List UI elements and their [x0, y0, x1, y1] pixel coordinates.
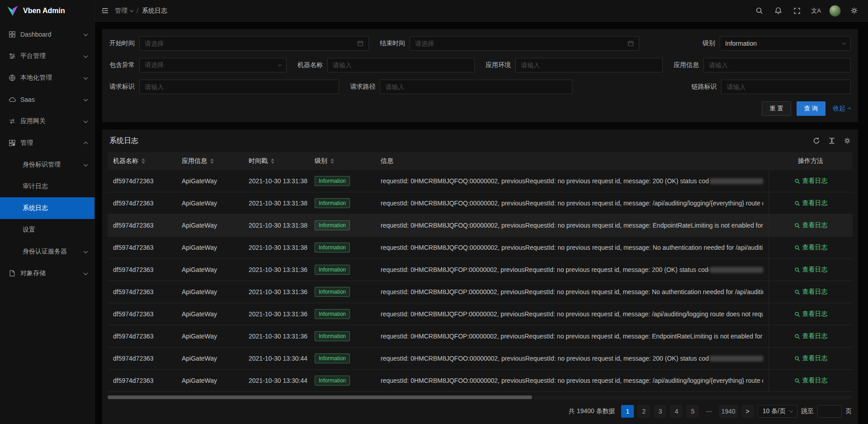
column-header-app-info[interactable]: 应用信息	[176, 157, 243, 165]
request-path-input-inner[interactable]	[385, 83, 567, 91]
cell-timestamp: 2021-10-30 13:31:36	[243, 281, 309, 303]
sidebar-item-label: 管理	[20, 139, 80, 147]
horizontal-scrollbar[interactable]	[108, 395, 853, 399]
view-log-link[interactable]: 查看日志	[794, 376, 828, 385]
jump-page-input[interactable]	[817, 405, 842, 418]
table-row[interactable]: df5974d72363 ApiGateWay 2021-10-30 13:30…	[108, 348, 853, 370]
table-row[interactable]: df5974d72363 ApiGateWay 2021-10-30 13:31…	[108, 237, 853, 259]
trace-id-input-inner[interactable]	[726, 83, 845, 91]
search-icon[interactable]	[750, 0, 769, 22]
saas-icon	[9, 96, 16, 103]
column-header-machine-name[interactable]: 机器名称	[108, 157, 176, 165]
topbar: 管理 / 系统日志 文A	[95, 0, 868, 22]
sort-icon	[271, 158, 274, 164]
sidebar-item-identity-management[interactable]: 身份标识管理	[0, 154, 94, 176]
start-time-input-inner[interactable]	[145, 40, 354, 47]
level-badge: Information	[315, 309, 350, 319]
message-text: requestId: 0HMCRBM8JQFOO:00000002, previ…	[381, 355, 709, 362]
app-logo[interactable]: Vben Admin	[0, 0, 94, 22]
view-log-link[interactable]: 查看日志	[794, 221, 828, 229]
table-row[interactable]: df5974d72363 ApiGateWay 2021-10-30 13:31…	[108, 281, 853, 303]
cell-actions: 查看日志	[769, 259, 853, 281]
view-log-link[interactable]: 查看日志	[794, 354, 828, 362]
avatar[interactable]	[826, 0, 844, 22]
level-select[interactable]: Information	[720, 36, 851, 51]
sidebar-item-system-log[interactable]: 系统日志	[0, 197, 94, 219]
request-id-input-inner[interactable]	[145, 83, 334, 91]
table-row[interactable]: df5974d72363 ApiGateWay 2021-10-30 13:31…	[108, 259, 853, 281]
view-log-label: 查看日志	[802, 243, 828, 252]
sidebar-item-localization[interactable]: 本地化管理	[0, 67, 94, 89]
app-info-input-inner[interactable]	[709, 62, 845, 69]
end-time-input[interactable]	[410, 36, 639, 51]
column-header-level[interactable]: 级别	[309, 157, 375, 165]
sidebar-item-object-storage[interactable]: 对象存储	[0, 262, 94, 284]
scrollbar-thumb[interactable]	[108, 395, 532, 399]
search-icon	[794, 333, 800, 339]
collapse-filter-link[interactable]: 收起	[833, 105, 851, 113]
pagination-page[interactable]: 5	[686, 405, 699, 418]
request-path-input[interactable]	[380, 80, 572, 94]
bell-icon[interactable]	[769, 0, 788, 22]
sidebar-item-dashboard[interactable]: Dashboard	[0, 24, 94, 45]
sidebar-item-audit-log[interactable]: 审计日志	[0, 176, 94, 197]
view-log-link[interactable]: 查看日志	[794, 332, 828, 340]
collapse-filter-label: 收起	[833, 105, 845, 113]
sidebar-item-auth-server[interactable]: 身份认证服务器	[0, 241, 94, 262]
app-environment-input[interactable]	[515, 58, 663, 72]
view-log-link[interactable]: 查看日志	[794, 199, 828, 207]
view-log-link[interactable]: 查看日志	[794, 243, 828, 252]
page-size-select[interactable]: 10 条/页	[758, 405, 797, 418]
table-row[interactable]: df5974d72363 ApiGateWay 2021-10-30 13:30…	[108, 370, 853, 392]
view-log-link[interactable]: 查看日志	[794, 310, 828, 318]
view-log-link[interactable]: 查看日志	[794, 266, 828, 274]
column-height-icon[interactable]	[828, 137, 835, 144]
reset-button[interactable]: 重 置	[762, 101, 791, 116]
settings-icon[interactable]	[844, 0, 863, 22]
column-header-message: 信息	[375, 157, 769, 165]
chevron-down-icon	[84, 75, 88, 80]
table-row[interactable]: df5974d72363 ApiGateWay 2021-10-30 13:31…	[108, 303, 853, 325]
menu-fold-icon[interactable]	[95, 0, 115, 22]
app-info-input[interactable]	[703, 58, 851, 72]
view-log-label: 查看日志	[802, 288, 828, 296]
breadcrumb-section[interactable]: 管理	[115, 7, 133, 15]
sidebar-item-settings[interactable]: 设置	[0, 219, 94, 241]
pagination-page[interactable]: 2	[637, 405, 650, 418]
machine-name-input-inner[interactable]	[333, 62, 469, 69]
sidebar-item-management[interactable]: 管理	[0, 132, 94, 154]
table-row[interactable]: df5974d72363 ApiGateWay 2021-10-30 13:31…	[108, 192, 853, 214]
pagination-page[interactable]: 1	[621, 405, 634, 418]
sidebar-item-saas[interactable]: Saas	[0, 89, 94, 110]
view-log-link[interactable]: 查看日志	[794, 177, 828, 185]
table-row[interactable]: df5974d72363 ApiGateWay 2021-10-30 13:31…	[108, 325, 853, 348]
table-row[interactable]: df5974d72363 ApiGateWay 2021-10-30 13:31…	[108, 214, 853, 237]
fullscreen-icon[interactable]	[788, 0, 807, 22]
column-header-timestamp[interactable]: 时间戳	[243, 157, 309, 165]
end-time-input-inner[interactable]	[415, 40, 624, 47]
view-log-link[interactable]: 查看日志	[794, 288, 828, 296]
request-id-input[interactable]	[139, 80, 339, 94]
machine-name-input[interactable]	[327, 58, 475, 72]
pagination-page[interactable]: 4	[670, 405, 683, 418]
pagination-page[interactable]: •••	[703, 405, 715, 418]
translate-icon[interactable]: 文A	[807, 0, 826, 22]
pagination-page[interactable]: 3	[654, 405, 666, 418]
dashboard-icon	[9, 31, 16, 38]
table-row[interactable]: df5974d72363 ApiGateWay 2021-10-30 13:31…	[108, 170, 853, 192]
app-environment-input-inner[interactable]	[521, 62, 657, 69]
has-exception-select[interactable]: 请选择	[139, 58, 287, 72]
settings-icon[interactable]	[844, 137, 851, 144]
cell-timestamp: 2021-10-30 13:31:38	[243, 192, 309, 214]
sidebar-item-platform[interactable]: 平台管理	[0, 45, 94, 67]
start-time-input[interactable]	[139, 36, 369, 51]
chevron-up-icon	[84, 141, 88, 146]
query-button[interactable]: 查 询	[797, 101, 826, 116]
sidebar-item-gateway[interactable]: 应用网关	[0, 110, 94, 132]
pagination-next-button[interactable]: >	[741, 405, 754, 418]
breadcrumb-page: 系统日志	[142, 7, 167, 15]
pagination-page[interactable]: 1940	[719, 405, 737, 418]
cell-level: Information	[309, 259, 375, 281]
refresh-icon[interactable]	[813, 137, 820, 144]
trace-id-input[interactable]	[721, 80, 851, 94]
